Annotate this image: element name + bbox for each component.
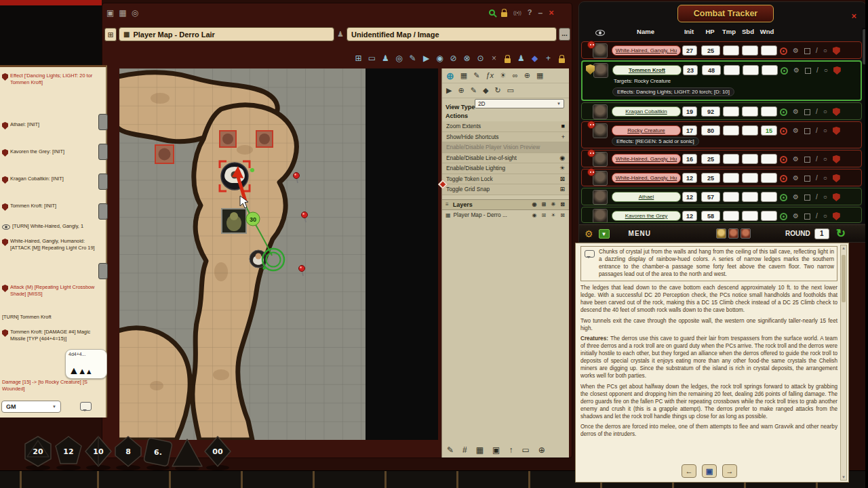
portrait-slot[interactable] (98, 263, 108, 279)
light-icon[interactable]: ☀ (500, 72, 507, 79)
menu-button[interactable]: MENU (629, 230, 651, 237)
box-icon[interactable] (804, 128, 810, 134)
minimize-icon[interactable]: – (538, 9, 543, 17)
mask-toggle-icon[interactable]: ⊙ (474, 52, 487, 64)
pointer-icon[interactable]: ▶ (420, 52, 433, 64)
target-icon[interactable] (781, 67, 788, 75)
shape-icon[interactable]: ▭ (521, 446, 529, 454)
window-icon-2[interactable]: ▦ (119, 9, 126, 17)
combatant-name[interactable]: White-Haired, Gangly, Hu (612, 173, 681, 183)
play-icon[interactable]: ▶ (446, 87, 452, 94)
token-troll[interactable] (222, 209, 246, 233)
tmp-field[interactable] (723, 125, 739, 136)
grid-icon[interactable]: ⊞ (541, 201, 546, 207)
page-index-button[interactable]: ▣ (702, 464, 717, 478)
tiles-icon[interactable]: ▦ (476, 446, 484, 454)
faction-shield-icon[interactable] (833, 108, 840, 116)
add-tool-icon[interactable]: ⊕ (538, 446, 545, 454)
init-field[interactable]: 23 (683, 65, 698, 75)
next-actor-icon[interactable]: ▼ (599, 229, 610, 239)
settings-gear-icon[interactable]: ⚙ (585, 229, 593, 239)
action-zoom-extents[interactable]: Zoom Extents■ (442, 121, 569, 132)
add-icon[interactable]: ⊕ (524, 72, 530, 79)
lock-icon[interactable]: ⊠ (560, 212, 565, 218)
map-canvas[interactable]: 30 (119, 68, 438, 440)
mini-portrait[interactable] (728, 228, 738, 239)
slash-icon[interactable]: / (816, 194, 818, 201)
slash-icon[interactable]: / (816, 108, 818, 115)
sbd-field[interactable] (743, 65, 759, 75)
zoom-extents-icon[interactable]: ⊞ (352, 52, 365, 64)
target-icon[interactable] (780, 194, 787, 201)
next-page-button[interactable]: → (722, 464, 737, 478)
tmp-field[interactable] (723, 154, 739, 164)
gear-icon[interactable]: ⚙ (793, 156, 799, 163)
tmp-field[interactable] (723, 45, 739, 56)
rect-icon[interactable]: ▭ (507, 87, 514, 94)
combatant-portrait[interactable] (593, 209, 608, 223)
help-icon[interactable]: ? (528, 9, 532, 16)
init-field[interactable]: 16 (682, 154, 697, 164)
visibility-eye-icon[interactable] (595, 30, 605, 36)
close-icon[interactable]: × (549, 8, 554, 17)
gear-icon[interactable]: ⚙ (793, 175, 799, 182)
portrait-slot[interactable] (98, 203, 108, 220)
lock-icon[interactable]: ⊠ (560, 201, 565, 207)
gear-icon[interactable]: ⚙ (793, 108, 799, 115)
box-icon[interactable] (804, 109, 810, 115)
token-icon[interactable]: ♟ (379, 52, 392, 64)
mini-portrait[interactable] (716, 228, 726, 239)
lock-icon[interactable] (501, 12, 507, 17)
tracker-row[interactable]: Rocky Creature 17 80 15 ⚙/○ Effects: [RE… (581, 121, 862, 148)
chat-mode-icon[interactable] (80, 402, 92, 411)
wnd-field[interactable] (761, 173, 777, 183)
tracker-row-active[interactable]: Tommen Kroft 23 48 ⚙/○ Targets: Rocky Cr… (581, 60, 862, 101)
sbd-field[interactable] (742, 154, 758, 164)
faction-shield-icon[interactable] (833, 212, 840, 220)
target-icon[interactable] (780, 175, 787, 182)
hp-field[interactable]: 25 (701, 45, 720, 56)
circle-icon[interactable]: ○ (823, 156, 827, 163)
faction-shield-icon[interactable] (833, 193, 840, 201)
close-icon[interactable]: × (851, 12, 856, 20)
circle-icon[interactable]: ○ (823, 194, 827, 201)
gear-icon[interactable]: ⚙ (793, 213, 799, 220)
plus-icon[interactable]: ⊕ (458, 87, 464, 94)
grid2-icon[interactable]: ▦ (536, 72, 543, 79)
tmp-field[interactable] (723, 192, 739, 202)
mask-cut-icon[interactable]: ⊗ (460, 52, 473, 64)
action-token-lock[interactable]: Toggle Token Lock⊠ (442, 174, 569, 185)
clear-icon[interactable]: × (488, 52, 500, 64)
sbd-field[interactable] (742, 106, 758, 117)
target-icon[interactable] (780, 108, 787, 116)
combatant-name[interactable]: White-Haired, Gangly, Hu (612, 45, 681, 56)
speaker-dropdown[interactable]: GM ▼ (1, 401, 61, 413)
combatant-portrait[interactable] (593, 190, 608, 205)
up-icon[interactable]: ↑ (509, 446, 513, 454)
tracker-row[interactable]: Athael 12 57 ⚙/○ (581, 188, 862, 205)
prev-page-button[interactable]: ← (682, 464, 696, 478)
init-field[interactable]: 19 (682, 106, 697, 117)
stamp-icon[interactable]: ▣ (492, 446, 500, 454)
combatant-name[interactable]: Rocky Creature (612, 125, 681, 136)
faction-shield-icon[interactable] (833, 47, 840, 55)
combatant-name[interactable]: Athael (612, 192, 681, 202)
tracker-row[interactable]: White-Haired, Gangly, Hu 16 25 ⚙/○ (581, 150, 862, 167)
box-icon[interactable] (805, 68, 811, 74)
light-icon[interactable]: ☀ (551, 212, 555, 218)
gear-icon[interactable]: ⚙ (793, 127, 799, 134)
mini-portrait[interactable] (741, 228, 751, 239)
zoom-icon[interactable] (489, 9, 495, 16)
target-icon[interactable] (780, 127, 787, 135)
view-type-dropdown[interactable]: 2D ▼ (475, 99, 564, 108)
diamond-icon[interactable]: ◆ (483, 87, 488, 94)
combat-tracker-title[interactable]: Combat Tracker (677, 5, 774, 22)
faction-shield-icon[interactable] (833, 66, 841, 75)
target-icon[interactable] (780, 156, 787, 163)
combatant-portrait[interactable] (593, 104, 608, 119)
circle-icon[interactable]: ○ (823, 108, 827, 115)
box-icon[interactable] (804, 176, 810, 182)
token-derro-3[interactable] (256, 131, 273, 147)
wnd-field[interactable] (761, 211, 777, 221)
tracker-row[interactable]: White-Haired, Gangly, Hu 27 25 ⚙/○ (581, 41, 862, 59)
